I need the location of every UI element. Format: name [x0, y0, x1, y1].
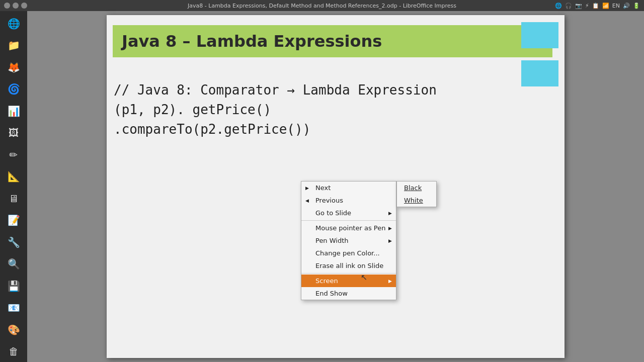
lightning-icon: ⚡ — [585, 3, 589, 9]
menu-next-label: Next — [315, 184, 331, 192]
submenu-item-white[interactable]: White — [397, 194, 436, 207]
sidebar-icon-edit[interactable]: ✏️ — [3, 144, 24, 165]
context-menu: Next Previous Go to Slide Mouse pointer … — [301, 181, 396, 300]
menu-item-change-pen-color[interactable]: Change pen Color... — [301, 247, 396, 259]
sidebar: 🌐 📁 🦊 🌀 📊 🖼 ✏️ 📐 🖥 📝 🔧 🔍 💾 📧 🎨 🗑 — [0, 11, 27, 362]
sidebar-icon-home[interactable]: 🌐 — [3, 13, 24, 34]
menu-separator-1 — [301, 220, 396, 221]
code-compareto: .compareTo(p2.getPrice()) — [114, 122, 310, 137]
network-icon: 🌐 — [555, 3, 562, 9]
sidebar-icon-browser[interactable]: 🦊 — [3, 57, 24, 78]
titlebar: Java8 - Lambda Expressions, Default Meth… — [0, 0, 644, 11]
sidebar-icon-mail[interactable]: 📧 — [3, 298, 24, 319]
menu-change-pen-color-label: Change pen Color... — [315, 249, 380, 257]
menu-end-show-label: End Show — [315, 290, 348, 297]
menu-item-next[interactable]: Next — [301, 182, 396, 194]
menu-item-end-show[interactable]: End Show — [301, 287, 396, 300]
speaker-icon: 🔊 — [623, 3, 630, 9]
submenu-black-label: Black — [404, 184, 422, 192]
sidebar-icon-notepad[interactable]: 📝 — [3, 210, 24, 231]
code-getprice: getPrice() — [193, 102, 272, 117]
main-area: Java 8 – Lambda Expressions // Java 8: C… — [27, 11, 644, 362]
submenu-white-label: White — [404, 197, 423, 204]
menu-previous-label: Previous — [315, 197, 343, 204]
menu-screen-label: Screen — [315, 277, 338, 285]
menu-go-to-slide-label: Go to Slide — [315, 209, 351, 217]
menu-mouse-pointer-label: Mouse pointer as Pen — [315, 224, 385, 232]
titlebar-buttons — [4, 3, 27, 9]
titlebar-title: Java8 - Lambda Expressions, Default Meth… — [188, 3, 456, 9]
titlebar-right: 🌐 🎧 📷 ⚡ 📋 📶 EN 🔊 🔋 — [555, 3, 640, 9]
sidebar-icon-paint[interactable]: 🎨 — [3, 319, 24, 340]
sidebar-icon-calc[interactable]: 📐 — [3, 166, 24, 188]
slide: Java 8 – Lambda Expressions // Java 8: C… — [107, 15, 565, 358]
sticky-note-1 — [521, 22, 558, 48]
minimize-button[interactable] — [13, 3, 19, 9]
sidebar-icon-terminal[interactable]: 🖥 — [3, 188, 24, 209]
capture-icon: 📋 — [592, 3, 599, 9]
submenu: Black White — [396, 181, 437, 207]
sidebar-icon-image[interactable]: 🖼 — [3, 123, 24, 144]
menu-item-pen-width[interactable]: Pen Width — [301, 234, 396, 247]
submenu-item-black[interactable]: Black — [397, 182, 436, 194]
camera-icon: 📷 — [575, 3, 582, 9]
sidebar-icon-disk[interactable]: 💾 — [3, 276, 24, 297]
menu-item-go-to-slide[interactable]: Go to Slide — [301, 207, 396, 219]
menu-erase-ink-label: Erase all ink on Slide — [315, 262, 383, 269]
close-button[interactable] — [4, 3, 10, 9]
sidebar-icon-search[interactable]: 🔍 — [3, 254, 24, 275]
code-line1: // Java 8: Comparator → Lambda Expressio… — [114, 80, 437, 100]
headset-icon: 🎧 — [565, 3, 572, 9]
sidebar-icon-system[interactable]: 🔧 — [3, 232, 24, 253]
battery-icon: 🔋 — [633, 3, 640, 9]
sidebar-icon-monitor[interactable]: 📊 — [3, 101, 24, 122]
sticky-note-2 — [521, 60, 558, 86]
sidebar-icon-trash[interactable]: 🗑 — [3, 341, 24, 363]
code-line2-part2 — [185, 102, 193, 117]
slide-title: Java 8 – Lambda Expressions — [122, 32, 382, 51]
slide-header: Java 8 – Lambda Expressions — [113, 25, 552, 57]
wifi-icon: 📶 — [602, 3, 609, 9]
lang-icon: EN — [612, 3, 620, 9]
sidebar-icon-files[interactable]: 📁 — [3, 35, 24, 56]
menu-item-erase-ink[interactable]: Erase all ink on Slide — [301, 259, 396, 272]
menu-separator-2 — [301, 273, 396, 274]
menu-item-screen[interactable]: Screen — [301, 275, 396, 287]
code-line2: (p1, p2). getPrice() — [114, 100, 437, 120]
menu-pen-width-label: Pen Width — [315, 237, 349, 244]
menu-item-previous[interactable]: Previous — [301, 194, 396, 207]
menu-item-mouse-pointer[interactable]: Mouse pointer as Pen — [301, 222, 396, 234]
sidebar-icon-chrome[interactable]: 🌀 — [3, 79, 24, 100]
slide-code: // Java 8: Comparator → Lambda Expressio… — [114, 80, 437, 139]
code-line3: .compareTo(p2.getPrice()) — [114, 120, 437, 139]
code-line2-part1: (p1, p2). — [114, 102, 185, 117]
maximize-button[interactable] — [21, 3, 27, 9]
